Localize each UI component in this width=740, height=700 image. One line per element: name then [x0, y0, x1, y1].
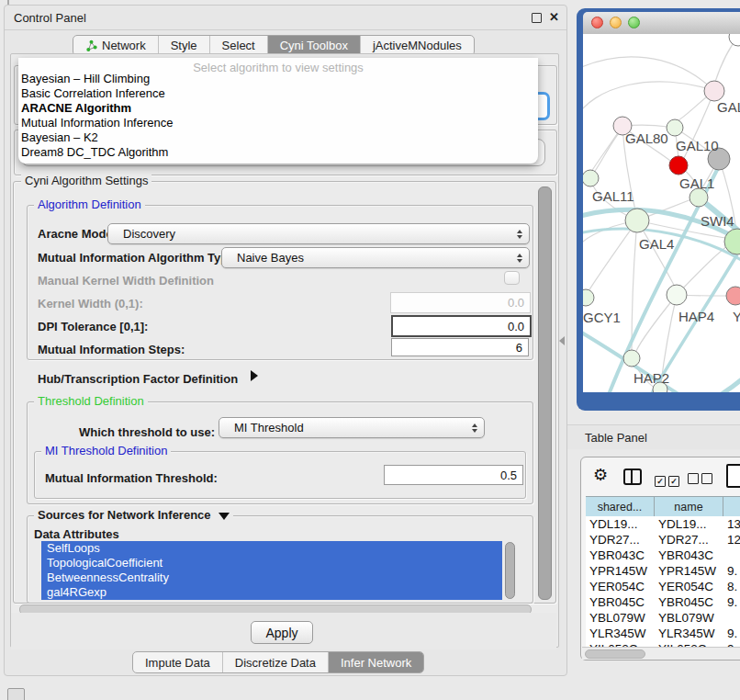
dropdown-item-aracne-algorithm[interactable]: ARACNE Algorithm [18, 101, 538, 116]
table-cell[interactable]: YBR045C [586, 594, 655, 610]
network-node[interactable] [726, 287, 740, 305]
which-threshold-combobox[interactable]: MI Threshold [219, 417, 485, 438]
table-row[interactable]: YDR27...YDR27...12 [586, 532, 740, 548]
bottom-tab-infer-network-label: Infer Network [341, 656, 411, 670]
table-cell[interactable]: YPR145W [655, 563, 723, 579]
network-canvas[interactable]: GAL80GAL7GAL10GAL1GAL11SWI4GAL4GCY1HAP4Y… [583, 34, 740, 392]
float-window-icon[interactable] [532, 13, 542, 23]
panel-splitter-collapse-icon[interactable] [559, 336, 565, 345]
table-cell[interactable]: 8. [723, 579, 740, 594]
table-cell[interactable]: YBL079W [586, 610, 655, 626]
attribute-item-topologicalcoefficient[interactable]: TopologicalCoefficient [41, 556, 502, 570]
table-cell[interactable]: YBR043C [655, 548, 723, 563]
apply-button[interactable]: Apply [251, 621, 313, 644]
close-traffic-light-icon[interactable] [591, 17, 603, 28]
bottom-tab-discretize-data[interactable]: Discretize Data [223, 652, 329, 672]
network-node[interactable] [667, 285, 687, 305]
dropdown-item-basic-correlation-inference[interactable]: Basic Correlation Inference [18, 86, 538, 101]
attributes-list-scrollbar[interactable] [505, 542, 515, 599]
table-cell[interactable]: 9. [723, 563, 740, 579]
tab-cyni-toolbox[interactable]: Cyni Toolbox [268, 36, 361, 55]
new-table-icon[interactable] [726, 464, 740, 488]
attribute-item-betweennesscentrality[interactable]: BetweennessCentrality [41, 570, 502, 585]
attribute-item-selfloops[interactable]: SelfLoops [41, 541, 502, 556]
table-row[interactable]: YBL079WYBL079W [586, 610, 740, 626]
network-node[interactable] [729, 34, 740, 46]
hub-section-label: Hub/Transcription Factor Definition [38, 372, 238, 386]
network-edge[interactable] [677, 245, 728, 295]
table-cell[interactable]: YLR345W [655, 626, 723, 641]
network-node[interactable] [704, 81, 724, 101]
table-row[interactable]: YBR043CYBR043C [586, 548, 740, 563]
select-all-checkboxes-icon[interactable]: ✓✓ [655, 471, 682, 488]
network-edge[interactable] [583, 82, 714, 121]
zoom-traffic-light-icon[interactable] [628, 17, 640, 28]
table-cell[interactable]: 9. [723, 594, 740, 610]
mi-algorithm-type-combobox[interactable]: Naive Bayes [221, 247, 530, 268]
network-node[interactable] [625, 209, 649, 232]
bottom-tab-infer-network[interactable]: Infer Network [329, 652, 423, 672]
network-node[interactable] [583, 170, 599, 186]
table-cell[interactable]: YLR345W [586, 626, 655, 641]
table-cell[interactable]: YBR045C [655, 594, 723, 610]
dropdown-item-dream8-dc-tdc-algorithm[interactable]: Dream8 DC_TDC Algorithm [18, 145, 538, 160]
table-row[interactable]: YPR145WYPR145W9. [586, 563, 740, 579]
tab-style[interactable]: Style [159, 36, 210, 55]
mi-steps-field[interactable]: 6 [391, 338, 529, 356]
mi-threshold-field[interactable]: 0.5 [384, 465, 523, 485]
network-node[interactable] [583, 289, 594, 306]
attribute-item-gal4rgexp[interactable]: gal4RGexp [41, 585, 502, 600]
tab-network[interactable]: Network [73, 36, 159, 55]
table-cell[interactable]: YPR145W [586, 563, 655, 579]
network-node[interactable] [690, 188, 708, 207]
network-node[interactable] [623, 350, 640, 367]
dropdown-item-mutual-information-inference[interactable]: Mutual Information Inference [18, 116, 538, 130]
table-cell[interactable]: YER054C [655, 579, 723, 594]
table-row[interactable]: YBR045CYBR045C9. [586, 594, 740, 610]
aracne-mode-combobox[interactable]: Discovery [107, 223, 530, 244]
minimize-traffic-light-icon[interactable] [610, 17, 622, 28]
tab-select[interactable]: Select [210, 36, 268, 55]
table-cell[interactable]: YDL19... [655, 516, 723, 532]
table-cell[interactable]: 12 [723, 532, 740, 548]
table-row[interactable]: YDL19...YDL19...13 [586, 516, 740, 532]
network-node[interactable] [667, 119, 683, 136]
bottom-tab-impute-data[interactable]: Impute Data [133, 652, 223, 672]
mi-algorithm-type-value: Naive Bayes [237, 251, 304, 265]
kernel-width-field[interactable]: 0.0 [390, 292, 531, 313]
dropdown-item-bayesian-hill-climbing[interactable]: Bayesian – Hill Climbing [18, 72, 538, 86]
columns-icon[interactable] [623, 469, 642, 485]
column-header-a[interactable]: A [723, 496, 740, 517]
threshold-definition-title: Threshold Definition [34, 395, 148, 408]
stepper-icon [472, 423, 477, 433]
close-window-icon[interactable]: ✕ [549, 10, 559, 24]
table-cell[interactable]: YBL079W [655, 610, 723, 626]
network-window-titlebar[interactable] [583, 12, 740, 35]
deselect-all-checkboxes-icon[interactable] [688, 471, 715, 488]
bottom-left-widget-icon[interactable] [7, 688, 25, 700]
settings-vertical-scrollbar[interactable] [538, 186, 552, 600]
table-row[interactable]: YER054CYER054C8. [586, 579, 740, 594]
table-cell[interactable]: YDR27... [655, 532, 723, 548]
column-header-shared[interactable]: shared... [586, 496, 655, 517]
dpi-tolerance-field[interactable]: 0.0 [391, 315, 532, 337]
dropdown-item-bayesian-k2[interactable]: Bayesian – K2 [18, 130, 538, 145]
table-cell[interactable]: 9. [723, 626, 740, 641]
table-row[interactable]: YLR345WYLR345W9. [586, 626, 740, 641]
tab-jactivemnodules[interactable]: jActiveMNodules [361, 36, 474, 55]
network-node[interactable] [669, 156, 688, 175]
hub-expand-arrow-icon[interactable] [251, 370, 258, 381]
sources-collapse-arrow-icon[interactable] [219, 513, 230, 520]
network-edge-highlighted[interactable] [670, 360, 740, 392]
table-cell[interactable]: 13 [723, 516, 740, 532]
network-graph[interactable]: GAL80GAL7GAL10GAL1GAL11SWI4GAL4GCY1HAP4Y… [583, 34, 740, 392]
table-cell[interactable]: YBR043C [586, 548, 655, 563]
gear-icon[interactable]: ⚙ [593, 467, 608, 483]
table-horizontal-scrollbar[interactable] [585, 649, 645, 659]
table-cell[interactable]: YDR27... [586, 532, 655, 548]
manual-kernel-width-checkbox[interactable] [504, 271, 520, 285]
table-cell[interactable]: YDL19... [586, 516, 655, 532]
column-header-name[interactable]: name [655, 496, 723, 517]
table-cell[interactable]: YER054C [586, 579, 655, 594]
mi-threshold-label: Mutual Information Threshold: [45, 471, 218, 485]
